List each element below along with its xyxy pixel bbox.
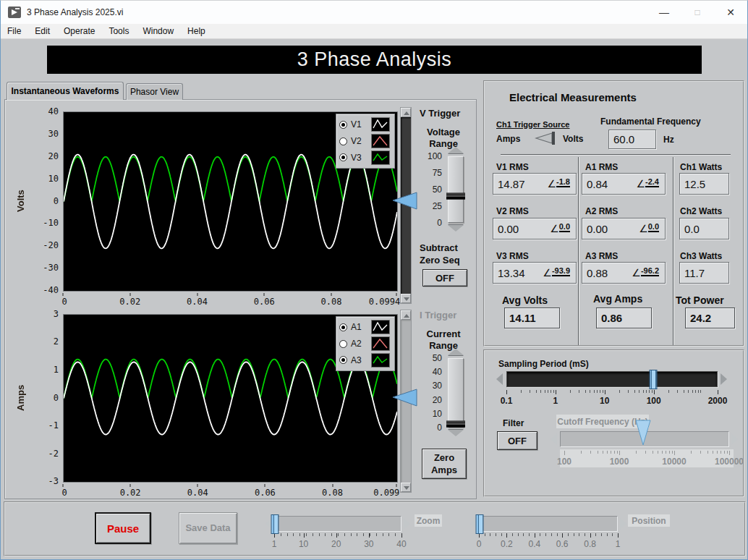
zoom-handle[interactable] xyxy=(271,514,279,534)
range-down-arrow-icon[interactable] xyxy=(448,430,464,436)
v3-plot-style-icon[interactable] xyxy=(371,150,390,165)
voltage-range-slider[interactable] xyxy=(448,156,464,223)
close-button[interactable]: ✕ xyxy=(714,1,747,24)
legend-item-v3[interactable]: V3 xyxy=(339,149,391,166)
v1-rms-value: 14.87 ∠-1.8 xyxy=(493,173,577,195)
menu-tools[interactable]: Tools xyxy=(109,26,129,36)
angle-icon: ∠ xyxy=(639,223,648,234)
v1-plot-style-icon[interactable] xyxy=(371,117,390,132)
trigger-source-switch[interactable] xyxy=(530,131,560,145)
current-range-slider[interactable] xyxy=(448,358,464,428)
radio-v1[interactable] xyxy=(339,121,347,129)
filter-button[interactable]: OFF xyxy=(497,431,537,450)
sampling-period-handle[interactable] xyxy=(650,370,658,389)
zero-amps-button[interactable]: Zero Amps xyxy=(422,449,467,479)
menu-bar: File Edit Operate Tools Window Help xyxy=(1,24,747,39)
divider xyxy=(501,154,731,156)
legend-item-v1[interactable]: V1 xyxy=(339,116,391,133)
cutoff-frequency-slider[interactable] xyxy=(560,431,729,447)
voltage-range-handle[interactable] xyxy=(446,193,465,200)
phase-angle: ∠-2.4 xyxy=(636,178,659,190)
tab-page: Volts 403020100-10-20-30-40 V1 V2 xyxy=(4,99,477,499)
radio-a1[interactable] xyxy=(339,323,347,331)
position-scale: 00.20.40.60.81 xyxy=(479,533,618,551)
radio-v3[interactable] xyxy=(339,153,347,161)
slider-left-arrow-icon[interactable] xyxy=(551,433,557,445)
menu-edit[interactable]: Edit xyxy=(35,26,50,36)
range-up-arrow-icon[interactable] xyxy=(448,147,464,153)
maximize-button[interactable]: □ xyxy=(681,1,714,24)
scroll-up-icon[interactable] xyxy=(401,108,411,117)
zoom-slider[interactable] xyxy=(274,516,401,532)
minimize-button[interactable]: — xyxy=(647,1,681,24)
a1-rms-label: A1 RMS xyxy=(585,162,618,172)
electrical-measurements-panel: Electrical Measurements Ch1 Trigger Sour… xyxy=(483,80,744,347)
angle-icon: ∠ xyxy=(547,178,556,190)
subtract-zero-seq-label: Subtract Zero Seq xyxy=(420,242,472,266)
slider-right-arrow-icon[interactable] xyxy=(620,518,626,530)
position-slider[interactable] xyxy=(479,516,618,532)
phase-angle: ∠-96.2 xyxy=(632,267,659,279)
measurements-title: Electrical Measurements xyxy=(509,91,637,103)
sampling-period-scale: 0.11101002000 xyxy=(506,390,718,407)
tab-instantaneous-waveforms[interactable]: Instantaneous Waveforms xyxy=(7,82,124,100)
avg-amps-label: Avg Amps xyxy=(593,293,642,305)
avg-volts-value: 14.11 xyxy=(504,307,560,328)
legend-item-a3[interactable]: A3 xyxy=(339,352,391,368)
radio-a2[interactable] xyxy=(339,340,347,348)
menu-window[interactable]: Window xyxy=(143,26,174,36)
app-window: 3 Phase Analysis 2025.vi — □ ✕ File Edit… xyxy=(0,0,748,560)
ch1-watts-value: 12.5 xyxy=(679,173,729,195)
v3-rms-label: V3 RMS xyxy=(496,251,529,261)
slider-right-arrow-icon[interactable] xyxy=(731,433,738,445)
scroll-down-icon[interactable] xyxy=(401,294,411,303)
fundamental-frequency-label: Fundamental Frequency xyxy=(600,116,701,127)
amps-axis-label: Amps xyxy=(15,314,26,481)
current-range-handle[interactable] xyxy=(446,421,465,428)
volts-y-ticks: 403020100-10-20-30-40 xyxy=(33,111,60,290)
window-title: 3 Phase Analysis 2025.vi xyxy=(27,7,123,17)
page-title: 3 Phase Analysis xyxy=(47,46,702,74)
pause-button[interactable]: Pause xyxy=(95,512,151,544)
a2-plot-style-icon[interactable] xyxy=(371,336,390,351)
menu-help[interactable]: Help xyxy=(187,26,205,36)
divider xyxy=(578,157,579,345)
sampling-period-slider[interactable] xyxy=(506,371,718,387)
menu-operate[interactable]: Operate xyxy=(64,26,95,36)
a3-rms-value: 0.88 ∠-96.2 xyxy=(582,262,666,284)
radio-a3[interactable] xyxy=(339,356,347,364)
slider-left-arrow-icon[interactable] xyxy=(496,373,503,385)
position-handle[interactable] xyxy=(476,514,484,534)
slider-right-arrow-icon[interactable] xyxy=(721,373,727,385)
radio-v2[interactable] xyxy=(339,137,347,145)
v-trigger-level-cursor[interactable] xyxy=(391,191,418,211)
menu-file[interactable]: File xyxy=(7,26,21,36)
v-trigger-title: V Trigger xyxy=(420,108,460,119)
range-down-arrow-icon[interactable] xyxy=(448,225,464,232)
a1-plot-style-icon[interactable] xyxy=(371,320,390,334)
v2-rms-value: 0.00 ∠0.0 xyxy=(493,218,577,239)
slider-right-arrow-icon[interactable] xyxy=(404,518,410,530)
labview-icon xyxy=(8,7,21,18)
v2-plot-style-icon[interactable] xyxy=(371,134,390,148)
range-up-arrow-icon[interactable] xyxy=(448,349,464,355)
trigger-source-volts-label: Volts xyxy=(563,134,583,144)
tab-phasor-view[interactable]: Phasor View xyxy=(126,83,183,100)
cutoff-frequency-pointer[interactable] xyxy=(635,420,651,446)
a3-plot-style-icon[interactable] xyxy=(371,353,390,368)
scroll-down-icon[interactable] xyxy=(401,483,411,492)
ch1-trigger-source-label: Ch1 Trigger Source xyxy=(496,120,569,129)
subtract-zero-seq-button[interactable]: OFF xyxy=(422,269,467,287)
amps-y-ticks: 3210-1-2-3 xyxy=(33,314,60,481)
legend-item-v2[interactable]: V2 xyxy=(339,133,391,150)
i-trigger-level-cursor[interactable] xyxy=(391,388,418,407)
scroll-up-icon[interactable] xyxy=(401,310,411,320)
title-bar: 3 Phase Analysis 2025.vi — □ ✕ xyxy=(1,1,747,24)
ch2-watts-value: 0.0 xyxy=(679,218,729,239)
bottom-control-bar: Pause Save Data 110203040 Zoom 00.20.40.… xyxy=(4,501,746,556)
legend-item-a2[interactable]: A2 xyxy=(339,336,391,352)
save-data-button[interactable]: Save Data xyxy=(179,512,237,544)
v3-rms-value: 13.34 ∠-93.9 xyxy=(493,262,577,284)
trigger-source-amps-label: Amps xyxy=(496,134,520,144)
legend-item-a1[interactable]: A1 xyxy=(339,319,391,336)
